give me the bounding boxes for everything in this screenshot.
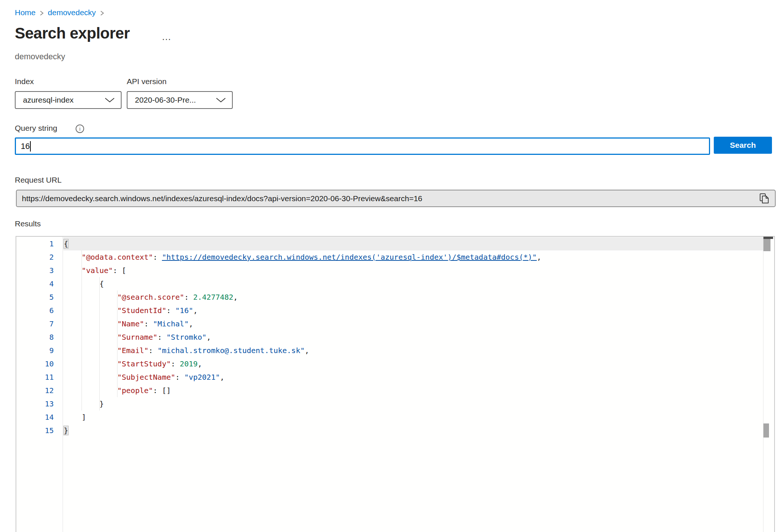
code-token: [64, 373, 117, 382]
code-line[interactable]: }: [64, 397, 762, 410]
text-cursor: [30, 141, 31, 152]
code-line[interactable]: "Email": "michal.stromko@.student.tuke.s…: [64, 344, 762, 357]
code-token: ,: [305, 346, 309, 355]
page-subtitle: demovedecky: [15, 52, 65, 61]
chevron-down-icon: [105, 97, 115, 103]
code-lines[interactable]: { "@odata.context": "https://demovedecky…: [64, 237, 762, 437]
line-number: 1: [16, 237, 63, 250]
scrollbar-thumb[interactable]: [763, 239, 770, 251]
code-token: [64, 293, 117, 302]
code-line[interactable]: "people": []: [64, 384, 762, 397]
odata-context-link[interactable]: "https://demovedecky.search.windows.net/…: [162, 253, 537, 262]
code-line[interactable]: "StartStudy": 2019,: [64, 357, 762, 370]
api-version-select[interactable]: 2020-06-30-Pre...: [127, 91, 233, 109]
line-number: 5: [16, 290, 63, 304]
code-token: }: [64, 399, 104, 408]
code-token: :: [184, 293, 193, 302]
api-version-label: API version: [127, 77, 166, 86]
code-token: ,: [220, 373, 224, 382]
code-line[interactable]: "value": [: [64, 264, 762, 277]
code-token: : []: [153, 386, 171, 395]
code-token: :: [166, 306, 175, 315]
breadcrumb-home-link[interactable]: Home: [15, 8, 36, 17]
code-line[interactable]: "SubjectName": "vp2021",: [64, 370, 762, 384]
code-token: "value": [82, 266, 113, 275]
code-token: {: [64, 239, 68, 248]
results-label: Results: [15, 219, 41, 228]
query-input-value: 16: [21, 142, 30, 151]
code-token: :: [175, 373, 184, 382]
code-token: "Michal": [153, 319, 189, 328]
line-number: 7: [16, 317, 63, 330]
line-number: 15: [16, 424, 63, 437]
line-number: 8: [16, 330, 63, 344]
code-line[interactable]: {: [64, 237, 762, 250]
query-string-label: Query string: [15, 124, 57, 133]
code-token: ]: [64, 413, 86, 422]
code-token: ,: [206, 333, 211, 342]
code-token: :: [153, 253, 162, 262]
code-token: 2019: [180, 359, 198, 368]
chevron-right-icon: [39, 10, 44, 16]
code-token: "michal.stromko@.student.tuke.sk": [158, 346, 305, 355]
code-token: [64, 359, 117, 368]
code-token: {: [64, 279, 104, 288]
request-url-bar[interactable]: https://demovedecky.search.windows.net/i…: [16, 190, 776, 207]
code-token: }: [64, 426, 68, 435]
code-token: "@odata.context": [82, 253, 153, 262]
code-line[interactable]: ]: [64, 410, 762, 424]
results-json-editor[interactable]: 123456789101112131415 { "@odata.context"…: [16, 236, 775, 532]
request-url-label: Request URL: [15, 176, 62, 184]
line-number: 3: [16, 264, 63, 277]
more-options-button[interactable]: …: [162, 31, 172, 43]
code-token: ,: [189, 319, 193, 328]
code-token: [64, 386, 117, 395]
code-line[interactable]: "@odata.context": "https://demovedecky.s…: [64, 250, 762, 264]
code-token: :: [171, 359, 180, 368]
query-input[interactable]: 16: [15, 137, 710, 155]
line-numbers: 123456789101112131415: [16, 237, 63, 532]
code-token: [64, 346, 117, 355]
code-token: "Surname": [117, 333, 158, 342]
line-number: 14: [16, 410, 63, 424]
index-label: Index: [15, 77, 34, 86]
code-token: "SubjectName": [117, 373, 176, 382]
line-number: 9: [16, 344, 63, 357]
code-token: [64, 319, 117, 328]
api-version-select-value: 2020-06-30-Pre...: [135, 96, 196, 104]
breadcrumb-demovedecky-link[interactable]: demovedecky: [48, 8, 96, 17]
code-line[interactable]: }: [64, 424, 762, 437]
index-select[interactable]: azuresql-index: [15, 91, 122, 109]
line-number: 10: [16, 357, 63, 370]
page-title: Search explorer: [15, 24, 130, 42]
scrollbar-thumb[interactable]: [763, 423, 769, 438]
request-url-value: https://demovedecky.search.windows.net/i…: [22, 194, 759, 203]
code-line[interactable]: {: [64, 277, 762, 290]
chevron-down-icon: [216, 97, 226, 103]
code-token: :: [149, 346, 158, 355]
code-token: ,: [198, 359, 202, 368]
info-icon[interactable]: i: [76, 124, 84, 133]
code-line[interactable]: "StudentId": "16",: [64, 304, 762, 317]
code-token: [64, 306, 117, 315]
code-line[interactable]: "Surname": "Stromko",: [64, 330, 762, 344]
line-number: 6: [16, 304, 63, 317]
code-token: : [: [113, 266, 126, 275]
code-token: ,: [193, 306, 198, 315]
code-token: ,: [233, 293, 238, 302]
code-token: "people": [117, 386, 153, 395]
code-token: ,: [537, 253, 541, 262]
code-token: [64, 266, 82, 275]
search-button[interactable]: Search: [714, 137, 772, 154]
index-select-value: azuresql-index: [23, 96, 74, 104]
line-number: 2: [16, 250, 63, 264]
code-line[interactable]: "@search.score": 2.4277482,: [64, 290, 762, 304]
code-token: "@search.score": [117, 293, 185, 302]
line-number: 13: [16, 397, 63, 410]
line-number: 4: [16, 277, 63, 290]
copy-icon[interactable]: [759, 193, 770, 205]
code-token: :: [158, 333, 166, 342]
code-token: 2.4277482: [193, 293, 233, 302]
chevron-right-icon: [100, 10, 105, 16]
code-line[interactable]: "Name": "Michal",: [64, 317, 762, 330]
